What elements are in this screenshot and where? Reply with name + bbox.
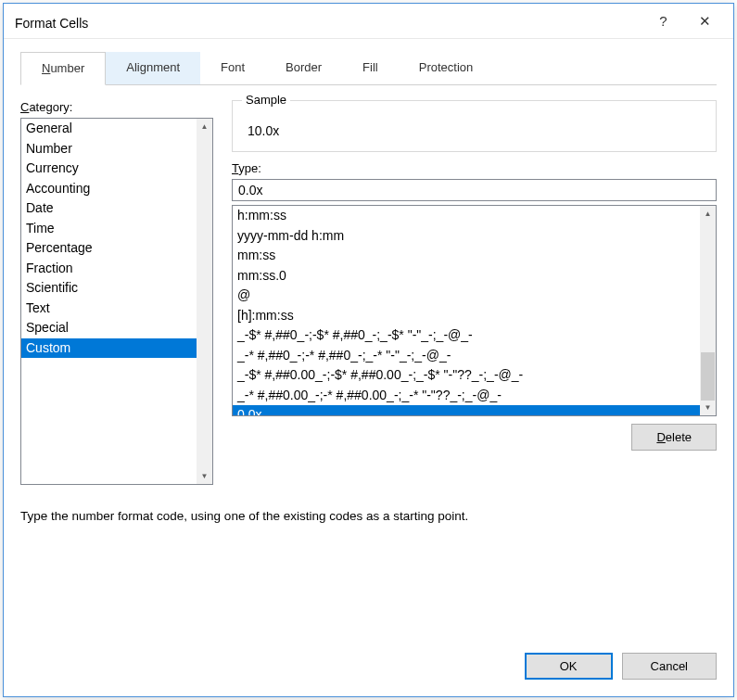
sample-group: Sample 10.0x <box>232 100 717 152</box>
category-item[interactable]: Percentage <box>21 238 197 259</box>
hint-text: Type the number format code, using one o… <box>20 509 717 523</box>
category-item[interactable]: Custom <box>21 338 197 359</box>
format-item[interactable]: mm:ss.0 <box>233 266 700 286</box>
scroll-down-icon[interactable]: ▼ <box>197 468 212 484</box>
category-item[interactable]: Scientific <box>21 278 197 299</box>
help-button[interactable]: ? <box>642 7 684 35</box>
category-item[interactable]: Time <box>21 219 197 239</box>
tab-border[interactable]: Border <box>265 52 342 84</box>
dialog-title: Format Cells <box>15 12 642 31</box>
format-cells-dialog: Format Cells ? ✕ Number Alignment Font B… <box>3 3 734 697</box>
delete-accesskey: D <box>656 430 665 444</box>
formats-scrollbar[interactable]: ▲ ▼ <box>700 206 716 415</box>
formats-listbox[interactable]: h:mm:ssyyyy-mm-dd h:mmmm:ssmm:ss.0@[h]:m… <box>232 205 717 416</box>
category-item[interactable]: Number <box>21 139 197 159</box>
dialog-body: Category: GeneralNumberCurrencyAccountin… <box>4 85 733 640</box>
category-item[interactable]: Special <box>21 318 197 338</box>
close-button[interactable]: ✕ <box>684 7 726 35</box>
scroll-up-icon[interactable]: ▲ <box>700 206 716 222</box>
format-item[interactable]: _-$* #,##0_-;-$* #,##0_-;_-$* "-"_-;_-@_… <box>233 325 700 346</box>
format-item[interactable]: _-* #,##0.00_-;-* #,##0.00_-;_-* "-"??_-… <box>233 386 700 406</box>
sample-value: 10.0x <box>246 118 706 142</box>
scroll-up-icon[interactable]: ▲ <box>197 119 212 134</box>
tab-label: umber <box>50 61 84 75</box>
sample-label: Sample <box>242 93 290 107</box>
scroll-thumb[interactable] <box>701 352 715 401</box>
tab-strip: Number Alignment Font Border Fill Protec… <box>20 52 717 85</box>
format-item[interactable]: h:mm:ss <box>233 206 700 226</box>
category-column: Category: GeneralNumberCurrencyAccountin… <box>20 100 213 485</box>
type-label: Type: <box>232 161 717 175</box>
format-item[interactable]: _-* #,##0_-;-* #,##0_-;_-* "-"_-;_-@_- <box>233 346 700 366</box>
category-item[interactable]: Text <box>21 299 197 319</box>
category-item[interactable]: Date <box>21 198 197 219</box>
category-item[interactable]: General <box>21 119 197 139</box>
dialog-footer: OK Cancel <box>4 640 733 696</box>
delete-button[interactable]: Delete <box>631 424 717 451</box>
category-listbox[interactable]: GeneralNumberCurrencyAccountingDateTimeP… <box>20 118 213 485</box>
format-item[interactable]: 0.0x <box>233 405 700 415</box>
content-row: Category: GeneralNumberCurrencyAccountin… <box>20 100 717 485</box>
formats-listbox-inner: h:mm:ssyyyy-mm-dd h:mmmm:ssmm:ss.0@[h]:m… <box>233 206 700 415</box>
category-item[interactable]: Fraction <box>21 259 197 279</box>
format-detail-column: Sample 10.0x Type: h:mm:ssyyyy-mm-dd h:m… <box>232 100 717 485</box>
type-input[interactable] <box>232 179 717 201</box>
tab-font[interactable]: Font <box>200 52 265 84</box>
category-label: Category: <box>20 100 213 114</box>
tab-fill[interactable]: Fill <box>342 52 399 84</box>
tab-protection[interactable]: Protection <box>399 52 494 84</box>
tab-accesskey: N <box>42 61 50 75</box>
format-item[interactable]: [h]:mm:ss <box>233 306 700 326</box>
format-item[interactable]: _-$* #,##0.00_-;-$* #,##0.00_-;_-$* "-"?… <box>233 365 700 386</box>
format-item[interactable]: @ <box>233 286 700 306</box>
format-item[interactable]: yyyy-mm-dd h:mm <box>233 226 700 247</box>
tab-number[interactable]: Number <box>20 52 106 85</box>
cancel-button[interactable]: Cancel <box>622 653 717 680</box>
category-accesskey: C <box>20 100 29 114</box>
category-listbox-inner: GeneralNumberCurrencyAccountingDateTimeP… <box>21 119 197 484</box>
scroll-down-icon[interactable]: ▼ <box>700 400 716 415</box>
category-scrollbar[interactable]: ▲ ▼ <box>197 119 212 484</box>
category-item[interactable]: Accounting <box>21 179 197 199</box>
ok-button[interactable]: OK <box>525 653 613 680</box>
delete-row: Delete <box>232 424 717 451</box>
category-item[interactable]: Currency <box>21 159 197 179</box>
format-item[interactable]: mm:ss <box>233 246 700 266</box>
titlebar: Format Cells ? ✕ <box>4 4 733 39</box>
tab-alignment[interactable]: Alignment <box>106 52 200 84</box>
